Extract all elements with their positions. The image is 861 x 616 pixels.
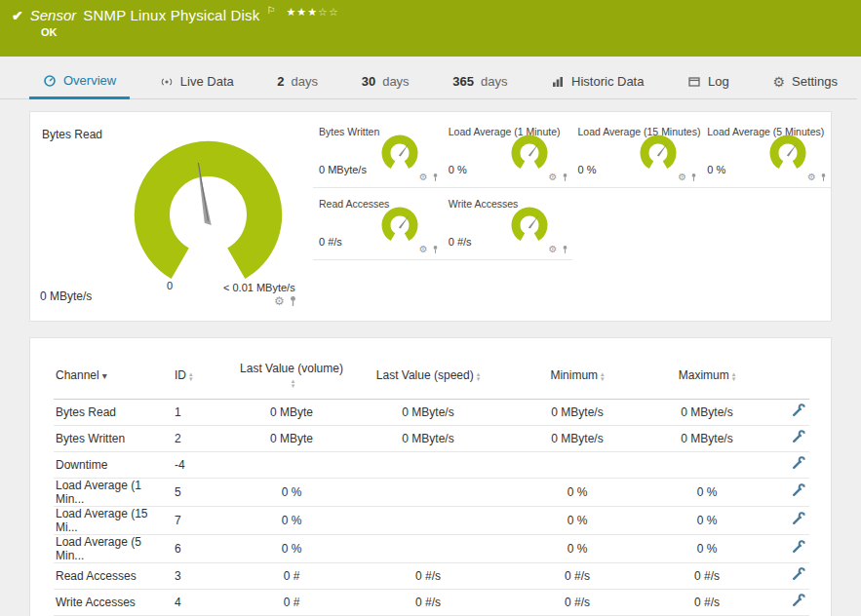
table-row-read-accesses[interactable]: Read Accesses 3 0 # 0 #/s 0 #/s 0 #/s — [54, 562, 809, 589]
gauge-current-value: 0 MByte/s — [319, 164, 367, 175]
sort-arrows-icon: ▴▾ — [292, 378, 295, 388]
column-header-id[interactable]: ID▴▾ — [169, 352, 237, 399]
gear-icon[interactable]: ⚙ — [419, 173, 428, 182]
tab-settings[interactable]: ⚙ Settings — [759, 64, 851, 98]
wrench-icon[interactable] — [792, 456, 805, 470]
max-cell — [645, 451, 769, 478]
sensor-title: SNMP Linux Physical Disk — [83, 7, 259, 23]
small-gauge — [378, 204, 421, 243]
column-header-last-value-volume[interactable]: Last Value (volume)▴▾ — [237, 352, 346, 399]
volume-cell: 0 % — [237, 534, 346, 562]
id-cell: 4 — [169, 589, 237, 615]
column-label: Minimum — [550, 368, 598, 382]
channel-cell: Read Accesses — [54, 562, 169, 589]
priority-stars[interactable]: ★★★☆☆ — [286, 6, 338, 19]
gear-icon[interactable]: ⚙ — [549, 173, 558, 182]
pin-icon[interactable] — [820, 173, 827, 182]
min-cell: 0 % — [510, 534, 645, 562]
object-kind-label: Sensor — [30, 7, 77, 23]
stars-filled[interactable]: ★★★ — [286, 6, 318, 18]
small-gauge-read-accesses: Read Accesses 0 #/s ⚙ — [313, 188, 443, 260]
tab-day-count: 365 — [452, 74, 474, 89]
bar-chart-icon — [551, 75, 565, 89]
pin-icon[interactable] — [432, 173, 439, 182]
small-gauge-write-accesses: Write Accesses 0 #/s ⚙ — [443, 188, 572, 260]
pin-icon[interactable] — [562, 173, 568, 182]
tab-historic-data[interactable]: Historic Data — [537, 64, 657, 98]
column-header-last-value-speed[interactable]: Last Value (speed)▴▾ — [346, 352, 510, 399]
tab-label: Settings — [792, 74, 838, 89]
tab-365-days[interactable]: 365 days — [439, 64, 521, 98]
sort-arrows-icon: ▴▾ — [601, 371, 605, 381]
wrench-icon[interactable] — [792, 567, 805, 581]
channels-table: Channel▾ ID▴▾ Last Value (volume)▴▾ Last… — [54, 352, 809, 616]
tab-log[interactable]: Log — [674, 64, 743, 98]
channel-cell: Bytes Read — [54, 399, 169, 425]
wrench-icon[interactable] — [792, 404, 805, 417]
min-cell: 0 % — [510, 506, 645, 534]
tab-2-days[interactable]: 2 days — [263, 64, 332, 98]
small-gauge-load-avg-1min: Load Average (1 Minute) 0 % ⚙ — [443, 116, 572, 188]
tab-day-count: 2 — [277, 74, 284, 89]
tab-30-days[interactable]: 30 days — [348, 64, 423, 98]
id-cell: 3 — [169, 562, 237, 589]
pin-icon[interactable] — [432, 245, 439, 254]
log-window-icon — [687, 75, 701, 89]
table-row-load-average-5min[interactable]: Load Average (5 Min... 6 0 % 0 % 0 % — [54, 534, 809, 562]
column-header-tools — [769, 352, 809, 399]
live-data-icon — [160, 75, 174, 89]
small-gauge — [766, 132, 809, 171]
tab-day-unit: days — [481, 74, 507, 89]
wrench-icon[interactable] — [792, 430, 805, 443]
max-cell: 0 % — [645, 506, 769, 534]
table-row-downtime[interactable]: Downtime -4 — [54, 451, 809, 478]
wrench-icon[interactable] — [792, 594, 805, 607]
pin-icon[interactable] — [690, 173, 697, 182]
wrench-icon[interactable] — [792, 540, 805, 554]
speed-cell — [346, 506, 510, 534]
max-cell: 0 MByte/s — [645, 425, 769, 451]
volume-cell: 0 # — [237, 589, 346, 615]
channel-cell: Write Accesses — [54, 589, 169, 615]
column-header-minimum[interactable]: Minimum▴▾ — [510, 352, 645, 399]
min-cell: 0 #/s — [510, 589, 645, 615]
gauge-max-label: < 0.01 MByte/s — [223, 282, 295, 293]
gear-icon[interactable]: ⚙ — [419, 245, 428, 254]
overview-gauge-icon — [43, 74, 57, 88]
table-row-write-accesses[interactable]: Write Accesses 4 0 # 0 #/s 0 #/s 0 #/s — [54, 589, 809, 615]
gear-icon: ⚙ — [772, 75, 785, 89]
pin-icon[interactable] — [289, 295, 297, 307]
table-row-bytes-written[interactable]: Bytes Written 2 0 MByte 0 MByte/s 0 MByt… — [54, 425, 809, 451]
column-header-maximum[interactable]: Maximum▴▾ — [645, 352, 769, 399]
flag-icon[interactable]: ⚐ — [267, 5, 276, 16]
pin-icon[interactable] — [562, 245, 568, 254]
wrench-icon[interactable] — [792, 512, 805, 525]
table-row-load-average-1min[interactable]: Load Average (1 Min... 5 0 % 0 % 0 % — [54, 478, 809, 506]
bytes-read-gauge — [123, 132, 294, 288]
tab-label: Overview — [63, 73, 116, 88]
column-label: Last Value (volume) — [240, 362, 343, 375]
sort-arrows-icon: ▴▾ — [477, 371, 481, 381]
wrench-icon[interactable] — [792, 483, 805, 497]
max-cell: 0 #/s — [645, 589, 769, 615]
stars-empty[interactable]: ☆☆ — [318, 6, 339, 18]
sensor-header-bar: ✔ Sensor SNMP Linux Physical Disk ⚐ ★★★☆… — [0, 0, 861, 57]
gear-icon[interactable]: ⚙ — [549, 245, 558, 254]
tab-overview[interactable]: Overview — [29, 64, 130, 99]
gauge-label: Bytes Read — [42, 128, 102, 141]
table-row-bytes-read[interactable]: Bytes Read 1 0 MByte 0 MByte/s 0 MByte/s… — [54, 399, 809, 425]
gear-icon[interactable]: ⚙ — [678, 173, 686, 182]
column-header-channel[interactable]: Channel▾ — [54, 352, 169, 399]
id-cell: 1 — [169, 399, 237, 425]
min-cell: 0 #/s — [510, 562, 645, 589]
min-cell: 0 MByte/s — [510, 399, 645, 425]
small-gauge — [378, 132, 421, 171]
sort-caret-icon: ▾ — [102, 370, 107, 381]
tab-live-data[interactable]: Live Data — [146, 64, 248, 98]
table-row-load-average-15min[interactable]: Load Average (15 Mi... 7 0 % 0 % 0 % — [54, 506, 809, 534]
sort-arrows-icon: ▴▾ — [189, 371, 193, 381]
channel-cell: Load Average (5 Min... — [54, 534, 169, 562]
gear-icon[interactable]: ⚙ — [807, 173, 816, 182]
small-gauge — [637, 132, 680, 171]
gear-icon[interactable]: ⚙ — [274, 295, 285, 307]
